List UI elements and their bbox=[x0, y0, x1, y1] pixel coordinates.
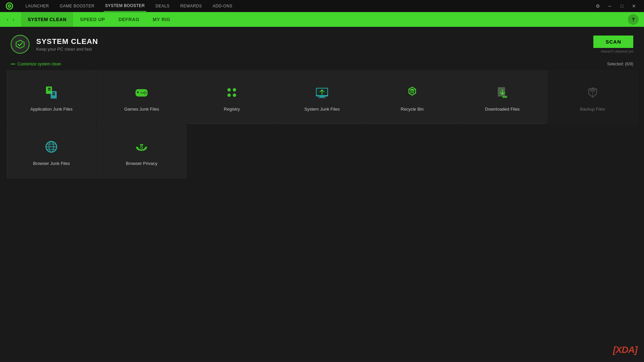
cards-row-2: Browser Junk Files Browser Privacy bbox=[0, 124, 644, 178]
svg-point-18 bbox=[145, 93, 146, 94]
tab-my-rig[interactable]: MY RIG bbox=[146, 12, 177, 27]
svg-point-6 bbox=[14, 64, 15, 65]
customize-link[interactable]: Customize system clean bbox=[11, 62, 61, 66]
card-system-junk[interactable]: System Junk Files bbox=[277, 70, 367, 124]
empty-slot-2 bbox=[277, 125, 367, 178]
card-browser-privacy-label: Browser Privacy bbox=[126, 161, 157, 167]
svg-rect-20 bbox=[140, 92, 143, 94]
card-games-junk[interactable]: Games Junk Files bbox=[97, 70, 186, 124]
app-junk-icon bbox=[43, 84, 60, 101]
scan-button[interactable]: SCAN bbox=[593, 36, 633, 48]
svg-point-3 bbox=[9, 5, 10, 7]
header-icon bbox=[11, 35, 30, 54]
svg-rect-15 bbox=[138, 91, 138, 93]
svg-point-21 bbox=[227, 88, 231, 92]
empty-slot-4 bbox=[458, 125, 547, 178]
svg-point-22 bbox=[233, 88, 236, 92]
minimize-button[interactable]: ─ bbox=[605, 1, 614, 11]
svg-point-16 bbox=[145, 91, 146, 92]
nav-deals[interactable]: DEALS bbox=[154, 0, 171, 12]
svg-point-24 bbox=[233, 94, 236, 97]
registry-icon bbox=[223, 84, 240, 101]
header-text: SYSTEM CLEAN Keep your PC clean and fast bbox=[36, 37, 98, 52]
nav-system-booster[interactable]: SYSTEM BOOSTER bbox=[104, 0, 146, 12]
card-backup-files[interactable]: Backup Files bbox=[548, 70, 637, 124]
svg-rect-8 bbox=[48, 88, 51, 89]
help-button[interactable]: ? bbox=[628, 14, 639, 25]
nav-arrows: ‹ › bbox=[5, 15, 16, 24]
svg-rect-28 bbox=[318, 98, 326, 98]
selected-count: Selected: (6/9) bbox=[607, 62, 633, 66]
card-application-junk[interactable]: Application Junk Files bbox=[7, 70, 96, 124]
card-registry-label: Registry bbox=[224, 107, 240, 112]
browser-privacy-icon bbox=[133, 138, 150, 156]
card-downloaded-files-label: Downloaded Files bbox=[485, 107, 520, 112]
card-registry[interactable]: Registry bbox=[187, 70, 277, 124]
xda-bracket-left: [ bbox=[613, 345, 615, 355]
system-junk-icon bbox=[313, 84, 331, 101]
empty-slot-3 bbox=[367, 125, 457, 178]
cards-row-1: Application Junk Files Games Junk Files bbox=[0, 70, 644, 124]
svg-rect-12 bbox=[52, 94, 55, 95]
empty-slot-5 bbox=[548, 125, 637, 178]
page-subtitle: Keep your PC clean and fast bbox=[36, 47, 98, 52]
svg-point-19 bbox=[143, 92, 144, 93]
page-header: SYSTEM CLEAN Keep your PC clean and fast… bbox=[0, 27, 644, 62]
card-backup-files-label: Backup Files bbox=[580, 107, 605, 112]
xda-logo: [XDA] bbox=[613, 345, 637, 355]
settings-button[interactable]: ⚙ bbox=[593, 1, 602, 11]
card-browser-junk[interactable]: Browser Junk Files bbox=[7, 125, 96, 178]
close-button[interactable]: ✕ bbox=[629, 1, 639, 11]
browser-junk-icon bbox=[43, 138, 60, 156]
maximize-button[interactable]: □ bbox=[617, 1, 627, 11]
svg-rect-30 bbox=[498, 87, 505, 97]
scan-button-area: SCAN Haven't cleaned yet bbox=[593, 36, 633, 53]
svg-rect-11 bbox=[52, 93, 55, 94]
scan-status: Haven't cleaned yet bbox=[593, 49, 633, 53]
tab-speed-up[interactable]: SPEED UP bbox=[73, 12, 112, 27]
nav-rewards[interactable]: REWARDS bbox=[179, 0, 203, 12]
card-system-junk-label: System Junk Files bbox=[304, 107, 339, 112]
svg-rect-9 bbox=[48, 89, 51, 90]
tab-defrag[interactable]: DEFRAG bbox=[112, 12, 146, 27]
nav-forward-arrow[interactable]: › bbox=[11, 15, 15, 24]
downloaded-files-icon bbox=[494, 84, 511, 101]
nav-game-booster[interactable]: GAME BOOSTER bbox=[58, 0, 96, 12]
nav-launcher[interactable]: LAUNCHER bbox=[24, 0, 50, 12]
card-application-junk-label: Application Junk Files bbox=[31, 107, 73, 112]
card-games-junk-label: Games Junk Files bbox=[124, 107, 159, 112]
nav-back-arrow[interactable]: ‹ bbox=[5, 15, 10, 24]
xda-bracket-right: ] bbox=[635, 345, 637, 355]
secondary-navigation: ‹ › SYSTEM CLEAN SPEED UP DEFRAG MY RIG … bbox=[0, 12, 644, 27]
nav-add-ons[interactable]: ADD-ONS bbox=[211, 0, 234, 12]
svg-point-42 bbox=[141, 147, 142, 148]
top-navigation: LAUNCHER GAME BOOSTER SYSTEM BOOSTER DEA… bbox=[0, 0, 644, 12]
card-browser-junk-label: Browser Junk Files bbox=[33, 161, 70, 167]
svg-point-5 bbox=[11, 64, 12, 65]
window-controls: ⚙ ─ □ ✕ bbox=[593, 1, 639, 11]
card-downloaded-files[interactable]: Downloaded Files bbox=[458, 70, 547, 124]
toolbar: Customize system clean Selected: (6/9) bbox=[0, 62, 644, 70]
tab-system-clean[interactable]: SYSTEM CLEAN bbox=[21, 12, 73, 27]
svg-point-17 bbox=[146, 92, 147, 93]
empty-slot-1 bbox=[187, 125, 277, 178]
backup-files-icon bbox=[584, 84, 601, 101]
app-logo bbox=[5, 2, 13, 10]
recycle-bin-icon bbox=[404, 84, 421, 101]
card-recycle-bin[interactable]: Recycle Bin bbox=[367, 70, 457, 124]
customize-label: Customize system clean bbox=[17, 62, 61, 66]
card-recycle-bin-label: Recycle Bin bbox=[401, 107, 424, 112]
svg-rect-27 bbox=[319, 97, 325, 98]
page-title: SYSTEM CLEAN bbox=[36, 37, 98, 46]
svg-point-23 bbox=[227, 94, 231, 97]
svg-point-4 bbox=[12, 63, 14, 65]
card-browser-privacy[interactable]: Browser Privacy bbox=[97, 125, 186, 178]
games-junk-icon bbox=[133, 84, 150, 101]
